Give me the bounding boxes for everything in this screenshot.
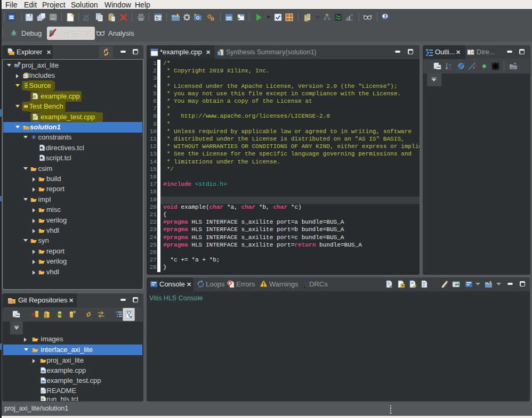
svg-text:C: C: [19, 62, 20, 64]
svg-text:c: c: [42, 380, 43, 383]
svg-text:z: z: [449, 67, 451, 70]
svg-text:c: c: [42, 370, 43, 373]
svg-text:GIT: GIT: [9, 301, 13, 304]
svg-text:a: a: [449, 63, 451, 67]
svg-text:h: h: [24, 75, 26, 78]
